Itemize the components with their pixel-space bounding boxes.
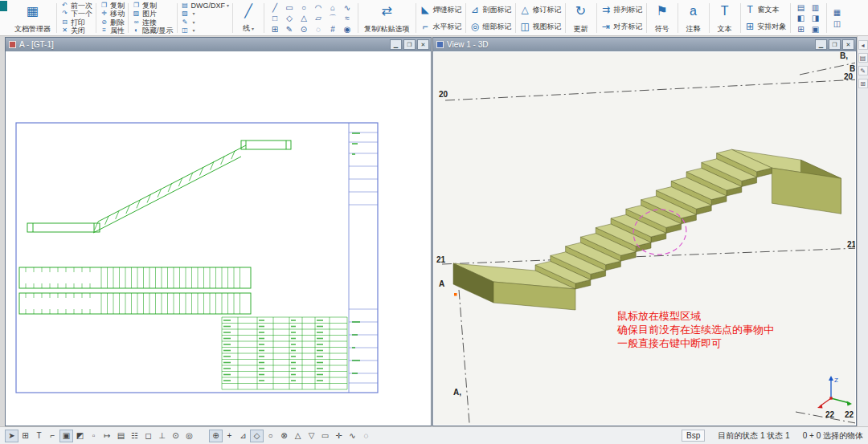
image-button[interactable]: ▨图片 xyxy=(132,10,174,18)
move-button[interactable]: ✛移动 xyxy=(100,10,125,18)
detail-mark-button[interactable]: ◎细部标记 xyxy=(469,18,512,35)
snap-rect-button[interactable]: ▭ xyxy=(318,430,332,442)
snap-corner-button[interactable]: ⌐ xyxy=(46,430,59,442)
draw-square-button[interactable]: □ xyxy=(268,13,282,24)
snap-cross-circle-button[interactable]: ⊗ xyxy=(277,430,291,442)
hide-show-button[interactable]: ◐隐藏/显示 xyxy=(132,26,174,35)
snap-plus-button[interactable]: + xyxy=(223,430,236,442)
snap-angle-button[interactable]: ⊿ xyxy=(236,430,250,442)
close-button[interactable]: ✕ xyxy=(417,39,429,50)
view-mark-button[interactable]: ◫视图标记 xyxy=(519,18,562,35)
weld-mark-button[interactable]: ◣焊缝标记 xyxy=(420,2,462,18)
export-image-button[interactable]: ▨▾ xyxy=(181,10,230,18)
text-tool-button[interactable]: T文本 xyxy=(713,2,737,35)
copy-paste-options-button[interactable]: ⇄复制/粘贴选项 xyxy=(362,2,412,35)
snap-grid-button[interactable]: ⊞ xyxy=(18,430,32,442)
snap-origin-button[interactable]: ⊕ xyxy=(209,430,223,442)
annotation-tool-button[interactable]: a注释 xyxy=(682,2,706,35)
window-text-button[interactable]: T窗文本 xyxy=(744,2,787,18)
snap-box-button[interactable]: ◻ xyxy=(141,430,155,442)
snap-point-button[interactable]: ▫ xyxy=(87,430,100,442)
snap-end-button[interactable]: ↦ xyxy=(100,430,114,442)
export-edit-button[interactable]: ✎▾ xyxy=(181,18,230,26)
draw-rect-button[interactable]: ▭ xyxy=(282,2,297,13)
mode-selector[interactable]: Bsp xyxy=(682,430,705,442)
restore-button[interactable]: ❐ xyxy=(829,39,841,50)
close-drawing-button[interactable]: ✕关闭 xyxy=(60,26,92,35)
draw-sketch-button[interactable]: ✎ xyxy=(282,23,297,35)
draw-dot-button[interactable]: ◉ xyxy=(340,23,354,35)
pane-3-button[interactable]: ◧ xyxy=(794,13,809,24)
draw-triangle-button[interactable]: △ xyxy=(297,13,311,24)
line-tool-button[interactable]: ╱线▾ xyxy=(236,2,260,35)
section-mark-button[interactable]: ⊿剖面标记 xyxy=(469,2,512,18)
close-button[interactable]: ✕ xyxy=(842,39,854,50)
draw-curve-button[interactable]: ∿ xyxy=(340,2,354,13)
snap-ghost-button[interactable]: ◌ xyxy=(359,430,373,442)
align-marks-button[interactable]: ⇥对齐标记 xyxy=(600,18,643,35)
draw-arc2-button[interactable]: ⌒ xyxy=(326,13,340,24)
snap-text-button[interactable]: T xyxy=(32,430,46,442)
delete-button[interactable]: ⊘删除 xyxy=(100,18,125,26)
copy-button[interactable]: ❐复制 xyxy=(100,2,125,10)
pane-6-button[interactable]: ▣ xyxy=(809,23,823,35)
snap-area-button[interactable]: ▣ xyxy=(59,430,73,442)
snap-wave-button[interactable]: ∿ xyxy=(346,430,359,442)
panel-edit-button[interactable]: ✎ xyxy=(858,66,868,75)
draw-circle-button[interactable]: ○ xyxy=(297,2,311,13)
draw-arc-button[interactable]: ◠ xyxy=(311,2,326,13)
draw-diamond-button[interactable]: ◇ xyxy=(282,13,297,24)
model-window-titlebar[interactable]: View 1 - 3D ▁ ❐ ✕ xyxy=(433,38,856,51)
snap-triangle-button[interactable]: △ xyxy=(291,430,305,442)
draw-parallelogram-button[interactable]: ▱ xyxy=(311,13,326,24)
snap-circle-button[interactable]: ◎ xyxy=(182,430,196,442)
restore-button[interactable]: ❐ xyxy=(403,39,416,50)
document-manager-button[interactable]: ▦文档管理器 xyxy=(12,2,53,35)
pane-1-button[interactable]: ▤ xyxy=(794,2,809,13)
level-mark-button[interactable]: ⌐水平标记 xyxy=(420,18,462,35)
panel-list-button[interactable]: ▤ xyxy=(858,53,868,63)
revision-mark-button[interactable]: △修订标记 xyxy=(519,2,562,18)
update-button[interactable]: ↻更新 xyxy=(569,2,593,35)
copy-content-button[interactable]: ❐复制 xyxy=(132,2,174,10)
dwg-dxf-button[interactable]: ▤DWG/DXF▾ xyxy=(181,2,230,10)
draw-point-button[interactable]: ⊙ xyxy=(297,23,311,35)
model-canvas[interactable]: B,B,20202121AA,2222鼠标放在模型区域确保目前没有在连续选点的事… xyxy=(434,52,855,425)
draw-grid-button[interactable]: ⊞ xyxy=(268,23,282,35)
pane-4-button[interactable]: ◨ xyxy=(809,13,823,24)
snap-perpendicular-button[interactable]: ⊥ xyxy=(155,430,169,442)
window-2-button[interactable]: ◫ xyxy=(830,18,845,30)
snap-center-button[interactable]: ⊙ xyxy=(169,430,182,442)
draw-line-button[interactable]: ╱ xyxy=(268,2,282,13)
snap-cross-button[interactable]: ✛ xyxy=(332,430,346,442)
draw-hatch-button[interactable]: # xyxy=(326,23,340,35)
arrange-objects-button[interactable]: ⊞安排对象 xyxy=(744,18,787,35)
arrange-marks-button[interactable]: ⇉排列标记 xyxy=(600,2,643,18)
snap-mesh-button[interactable]: ☷ xyxy=(128,430,141,442)
collapse-panel-button[interactable]: ◂ xyxy=(858,40,868,50)
snap-lines-button[interactable]: ▤ xyxy=(114,430,128,442)
snap-triangle-down-button[interactable]: ▽ xyxy=(305,430,318,442)
link-button[interactable]: ∞连接 xyxy=(132,18,174,26)
window-1-button[interactable]: ▦ xyxy=(830,7,845,18)
snap-diamond-button[interactable]: ◇ xyxy=(250,430,264,442)
drawing-window-titlebar[interactable]: A - [GT-1] ▁ ❐ ✕ xyxy=(6,38,431,51)
panel-grid-button[interactable]: ⊞ xyxy=(858,79,868,88)
select-arrow-button[interactable]: ➤ xyxy=(5,430,18,442)
draw-wave-button[interactable]: ≈ xyxy=(340,13,354,24)
symbol-button[interactable]: ⚑符号 xyxy=(650,2,674,35)
pane-5-button[interactable]: ⊞ xyxy=(794,23,809,35)
print-button[interactable]: ⊟打印 xyxy=(60,18,92,26)
staircase-3d-model[interactable] xyxy=(453,149,841,310)
next-button[interactable]: ↷下一个 xyxy=(60,10,92,18)
draw-polygon-button[interactable]: ⌂ xyxy=(326,2,340,13)
export-view-button[interactable]: ◫▾ xyxy=(181,26,230,35)
minimize-button[interactable]: ▁ xyxy=(815,39,827,50)
snap-round-button[interactable]: ○ xyxy=(264,430,277,442)
pane-2-button[interactable]: ▥ xyxy=(809,2,823,13)
snap-half-button[interactable]: ◩ xyxy=(73,430,87,442)
draw-dashed-circle-button[interactable]: ◌ xyxy=(311,23,326,35)
properties-button[interactable]: ≡属性 xyxy=(100,26,125,35)
drawing-canvas[interactable] xyxy=(6,52,430,425)
previous-button[interactable]: ↶前一次 xyxy=(60,2,92,10)
